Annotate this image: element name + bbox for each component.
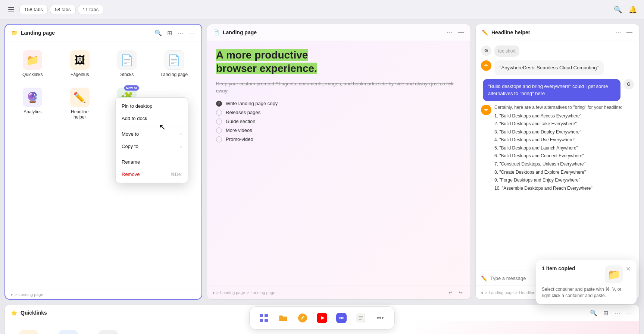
ctx-remove[interactable]: Remove ⌘Del [116,168,188,180]
panel-middle-title: Landing page [223,29,442,35]
file-analytics[interactable]: 🔮 Analytics [11,85,54,123]
headline-wrapper: A more productivebrowser experience. [216,48,462,76]
search-icon[interactable]: 🔍 [613,4,623,15]
link-tabos[interactable]: tabOS assets – Google... [11,327,47,334]
toast-body: Select container and paste with ⌘+V, or … [542,286,631,299]
ctx-pin[interactable]: Pin to desktop [116,100,188,112]
redo-btn[interactable]: ↪ [456,288,465,297]
dock-youtube[interactable] [314,310,330,326]
svg-rect-1 [8,9,14,10]
assistants-icon [99,330,118,334]
middle-folder-icon: 📄 [212,29,220,36]
toast-icon: 📁 [605,265,623,283]
ctx-dock[interactable]: Add to dock [116,112,188,125]
svg-point-16 [342,317,344,319]
undo-btn[interactable]: ↩ [446,288,455,297]
file-landing[interactable]: 📄 Landing page [153,47,196,80]
right-footer-bc1: Landing page [489,290,514,295]
fagelhus-icon: 🖼 [70,50,90,70]
alt-7: 7. "Construct Desktops, Unleash Everywhe… [494,160,622,168]
svg-rect-9 [265,319,268,322]
check-5[interactable]: Promo-video [216,136,462,142]
context-menu: Pin to desktop Add to dock Move to › Cop… [115,97,188,183]
svg-rect-8 [265,314,268,317]
right-pencil-icon: ✏️ [481,29,488,36]
right-footer-dot: ● [481,290,484,295]
link-assistants[interactable]: Assistants tools - ... [90,327,126,334]
check-2[interactable]: Releases pages [216,110,462,116]
grid-view-btn[interactable]: ⊞ [165,28,174,37]
right-more-btn[interactable]: ⋯ [614,28,623,37]
ctx-move[interactable]: Move to › [116,128,188,140]
checkbox-5 [216,136,222,142]
check-4[interactable]: More videos [216,127,462,133]
dock-folder[interactable] [275,310,291,326]
dock-notes[interactable] [353,310,369,326]
panel-left-footer: ● > Landing page [5,290,201,299]
toast-close-btn[interactable]: ✕ [626,265,631,272]
quicklinks-label: Quicklinks [22,72,43,77]
toast: 1 item copied 📁 ✕ Select container and p… [536,260,637,304]
tab-58[interactable]: 58 tabs [50,5,76,14]
bottom-minimize-btn[interactable]: — [625,308,634,317]
new-ai-badge: New AI [124,85,139,91]
dock: ••• [249,306,395,330]
chat-bubble-ai1: "AnywhereDesk: Seamless Cloud Computing" [494,60,604,75]
chat-row-2: ✏ "AnywhereDesk: Seamless Cloud Computin… [481,60,634,75]
checkbox-1: ✓ [216,101,222,107]
tab-158[interactable]: 158 tabs [19,5,48,14]
check-label-2: Releases pages [226,110,260,115]
panel-right: ✏️ Headline helper ⋯ — G too short ✏ "An… [475,24,640,300]
footer-breadcrumb: > [15,292,17,297]
alt-4: 4. "Build Desktops and Use Everywhere" [494,136,622,144]
panel-middle-header: 📄 Landing page ⋯ — [207,24,471,41]
svg-rect-2 [8,12,14,12]
dock-more[interactable]: ••• [372,310,388,326]
file-headline[interactable]: ✏️ Headline helper [59,85,101,123]
bottom-more-btn[interactable]: ⋯ [613,308,622,317]
dock-bubble[interactable] [333,310,350,326]
toast-header: 1 item copied 📁 ✕ [542,265,631,283]
middle-footer-sep: > [216,290,219,295]
bottom-grid-btn[interactable]: ⊞ [601,308,610,317]
chat-row-1: G too short [481,45,634,57]
move-arrow: › [180,131,182,137]
quicklinks-panel-icon: ⭐ [10,309,18,316]
landing-icon: 📄 [165,50,184,70]
middle-footer-bc2: Landing page [250,290,275,295]
folder-icon: 📁 [10,29,18,37]
ctx-sep2 [116,154,188,154]
check-label-3: Guide section [226,119,256,124]
fagelhus-label: Fågelhus [71,72,89,77]
file-stocks[interactable]: 📄 Stocks [106,47,149,80]
bottom-search-btn[interactable]: 🔍 [589,308,598,317]
notification-icon[interactable]: 🔔 [628,4,638,15]
middle-more-btn[interactable]: ⋯ [445,28,454,37]
ai-intro-text: Certainly, here are a few alternatives t… [494,105,622,110]
file-quicklinks[interactable]: 📁 Quicklinks [11,47,54,80]
checkbox-2 [216,110,222,116]
chat-bubble-user: "Build desktops and bring everywhere" co… [483,79,620,101]
middle-minimize-btn[interactable]: — [456,28,465,37]
file-fagelhus[interactable]: 🖼 Fågelhus [59,47,101,80]
svg-rect-6 [260,314,263,317]
checkbox-3 [216,119,222,125]
sidebar-toggle[interactable] [6,4,16,15]
right-minimize-btn[interactable]: — [625,28,634,37]
check-1[interactable]: ✓ Write landing page copy [216,101,462,107]
panel-left-header: 📁 Landing page 🔍 ⊞ ⋯ — [5,25,201,41]
ctx-rename[interactable]: Rename [116,156,188,168]
ctx-copy[interactable]: Copy to › [116,140,188,152]
more-btn[interactable]: ⋯ [176,28,185,37]
dock-grid[interactable] [256,310,272,326]
check-3[interactable]: Guide section [216,119,462,125]
svg-rect-0 [8,7,14,8]
footer-dot: ● [10,292,13,297]
link-facebook[interactable]: Facebook [56,327,81,334]
panel-right-actions: ⋯ — [614,28,634,37]
minimize-btn[interactable]: — [187,28,196,37]
tab-11[interactable]: 11 tabs [78,5,104,14]
landing-label: Landing page [160,72,188,77]
dock-pen[interactable] [294,310,311,326]
search-panel-btn[interactable]: 🔍 [154,28,163,37]
